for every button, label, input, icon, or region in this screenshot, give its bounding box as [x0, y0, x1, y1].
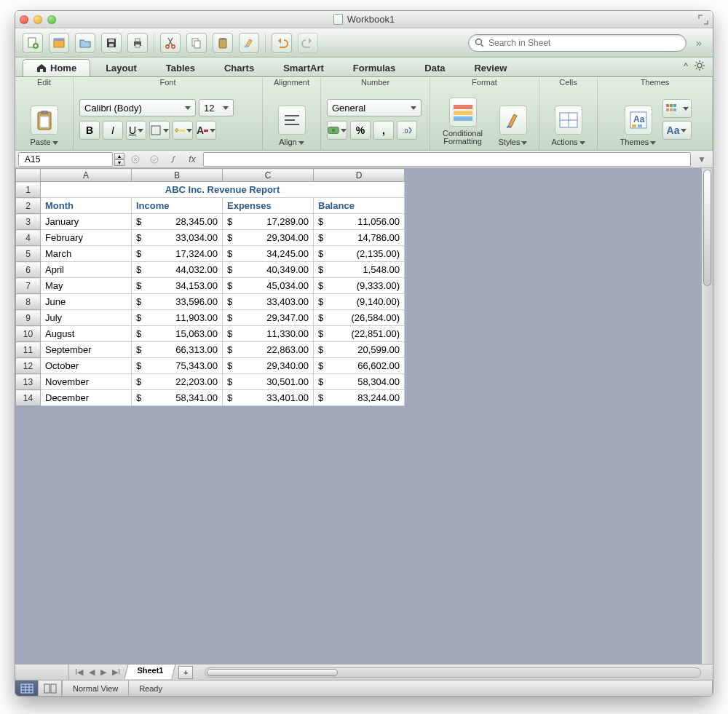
- cell[interactable]: $29,340.00: [223, 358, 314, 374]
- cell[interactable]: $11,330.00: [223, 326, 314, 342]
- horizontal-scrollbar[interactable]: [205, 667, 701, 678]
- templates-button[interactable]: [49, 33, 69, 53]
- styles-button[interactable]: Styles: [494, 92, 533, 146]
- row-header-9[interactable]: 9: [16, 310, 41, 326]
- row-header-10[interactable]: 10: [16, 326, 41, 342]
- minimize-window-button[interactable]: [33, 15, 42, 24]
- cell[interactable]: $17,324.00: [132, 246, 223, 262]
- cell[interactable]: February: [41, 230, 132, 246]
- cell[interactable]: $30,501.00: [223, 374, 314, 390]
- report-title[interactable]: ABC Inc. Revenue Report: [41, 182, 405, 198]
- cell[interactable]: June: [41, 294, 132, 310]
- cell[interactable]: $(26,584.00): [314, 310, 405, 326]
- zoom-window-button[interactable]: [47, 15, 56, 24]
- cell[interactable]: $33,401.00: [223, 390, 314, 406]
- cell[interactable]: November: [41, 374, 132, 390]
- cell[interactable]: $45,034.00: [223, 278, 314, 294]
- scrollbar-thumb[interactable]: [703, 170, 711, 286]
- cell[interactable]: $11,903.00: [132, 310, 223, 326]
- tab-charts[interactable]: Charts: [210, 59, 268, 76]
- cell[interactable]: $1,548.00: [314, 262, 405, 278]
- fx-icon[interactable]: fx: [184, 152, 200, 167]
- comma-button[interactable]: ,: [373, 121, 394, 140]
- cell[interactable]: $66,313.00: [132, 342, 223, 358]
- italic-button[interactable]: I: [103, 121, 123, 140]
- row-header-3[interactable]: 3: [16, 214, 41, 230]
- cell[interactable]: $29,304.00: [223, 230, 314, 246]
- name-box[interactable]: A15: [18, 152, 113, 167]
- redo-button[interactable]: [298, 33, 318, 53]
- cell[interactable]: $(22,851.00): [314, 326, 405, 342]
- percent-button[interactable]: %: [350, 121, 371, 140]
- undo-button[interactable]: [272, 33, 292, 53]
- font-size-combo[interactable]: 12: [199, 99, 234, 116]
- next-sheet-icon[interactable]: ▶: [100, 667, 106, 677]
- cell[interactable]: $15,063.00: [132, 326, 223, 342]
- search-field[interactable]: [468, 34, 687, 52]
- currency-button[interactable]: [327, 121, 347, 140]
- toolbar-overflow-icon[interactable]: »: [692, 37, 705, 49]
- row-header-11[interactable]: 11: [16, 342, 41, 358]
- cell[interactable]: $34,245.00: [223, 246, 314, 262]
- row-header-13[interactable]: 13: [16, 374, 41, 390]
- row-header-1[interactable]: 1: [16, 182, 41, 198]
- actions-button[interactable]: Actions: [549, 92, 588, 146]
- column-header-A[interactable]: A: [41, 169, 132, 182]
- cell[interactable]: March: [41, 246, 132, 262]
- cell[interactable]: $83,244.00: [314, 390, 405, 406]
- cell[interactable]: December: [41, 390, 132, 406]
- gear-icon[interactable]: [694, 60, 705, 71]
- cell[interactable]: October: [41, 358, 132, 374]
- cell[interactable]: $14,786.00: [314, 230, 405, 246]
- tab-home[interactable]: Home: [23, 59, 90, 76]
- cell[interactable]: $17,289.00: [223, 214, 314, 230]
- new-workbook-button[interactable]: [23, 33, 43, 53]
- column-header-D[interactable]: D: [314, 169, 405, 182]
- select-all-corner[interactable]: [16, 169, 41, 182]
- font-name-combo[interactable]: Calibri (Body): [79, 99, 196, 116]
- cell[interactable]: $58,341.00: [132, 390, 223, 406]
- cell[interactable]: $28,345.00: [132, 214, 223, 230]
- format-painter-button[interactable]: [239, 33, 259, 53]
- fullscreen-icon[interactable]: [698, 15, 708, 25]
- print-button[interactable]: [127, 33, 148, 53]
- row-header-4[interactable]: 4: [16, 230, 41, 246]
- tab-review[interactable]: Review: [460, 59, 521, 76]
- cell[interactable]: $33,403.00: [223, 294, 314, 310]
- cell[interactable]: $44,032.00: [132, 262, 223, 278]
- cell[interactable]: $11,056.00: [314, 214, 405, 230]
- prev-sheet-icon[interactable]: ◀: [89, 667, 95, 677]
- number-format-combo[interactable]: General: [327, 99, 422, 116]
- close-window-button[interactable]: [20, 15, 28, 24]
- grid[interactable]: ABCD1ABC Inc. Revenue Report2MonthIncome…: [15, 168, 405, 664]
- cell[interactable]: $20,599.00: [314, 342, 405, 358]
- cell[interactable]: January: [41, 214, 132, 230]
- cell[interactable]: $66,602.00: [314, 358, 405, 374]
- theme-fonts-button[interactable]: Aa: [662, 121, 692, 140]
- tab-data[interactable]: Data: [411, 59, 459, 76]
- cell[interactable]: $(9,333.00): [314, 278, 405, 294]
- table-header[interactable]: Balance: [314, 198, 405, 214]
- open-button[interactable]: [75, 33, 95, 53]
- row-header-12[interactable]: 12: [16, 358, 41, 374]
- bold-button[interactable]: B: [79, 121, 100, 140]
- tab-layout[interactable]: Layout: [92, 59, 151, 76]
- align-button[interactable]: Align: [272, 92, 312, 146]
- column-header-C[interactable]: C: [223, 169, 314, 182]
- border-button[interactable]: [149, 121, 170, 140]
- cell[interactable]: April: [41, 262, 132, 278]
- row-header-6[interactable]: 6: [16, 262, 41, 278]
- add-sheet-button[interactable]: +: [178, 666, 193, 679]
- underline-button[interactable]: U: [126, 121, 146, 140]
- paste-button[interactable]: Paste: [25, 92, 64, 146]
- name-box-stepper[interactable]: ▲▼: [114, 153, 124, 166]
- vertical-scrollbar[interactable]: [701, 168, 713, 664]
- cell[interactable]: $40,349.00: [223, 262, 314, 278]
- row-header-14[interactable]: 14: [16, 390, 41, 406]
- cell[interactable]: $22,863.00: [223, 342, 314, 358]
- cell[interactable]: May: [41, 278, 132, 294]
- cell[interactable]: $33,034.00: [132, 230, 223, 246]
- column-header-B[interactable]: B: [132, 169, 223, 182]
- copy-button[interactable]: [186, 33, 207, 53]
- formula-input[interactable]: [203, 152, 691, 167]
